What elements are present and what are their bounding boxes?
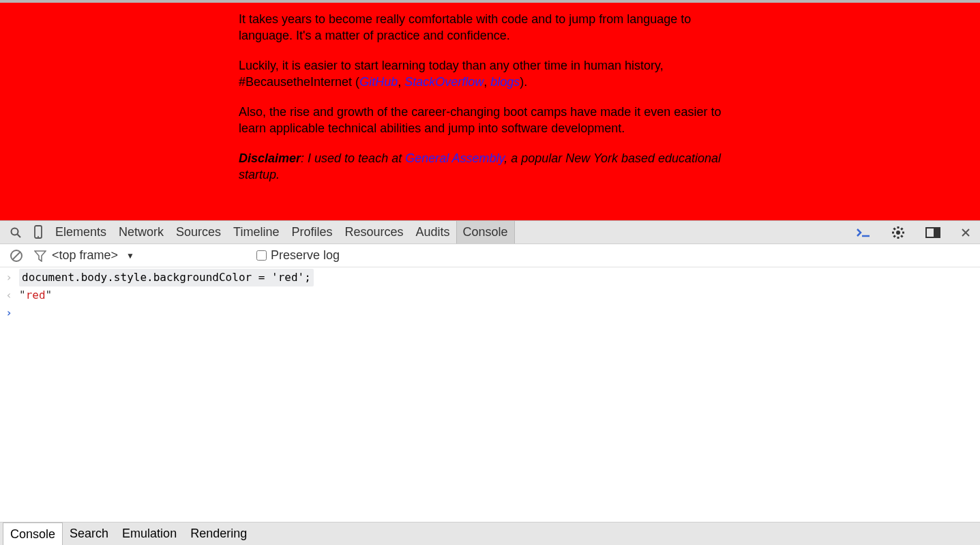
console-output[interactable]: › document.body.style.backgroundColor = … [0,267,980,522]
prompt-caret-icon: › [4,304,14,322]
preserve-log-label: Preserve log [271,248,340,263]
paragraph: It takes years to become really comforta… [239,3,730,44]
dock-icon[interactable] [925,227,940,238]
devtools-tabbar: ElementsNetworkSourcesTimelineProfilesRe… [0,221,980,244]
svg-marker-20 [35,251,46,261]
show-console-icon[interactable] [856,227,871,238]
text: , [484,75,490,89]
svg-line-19 [13,252,20,259]
svg-line-13 [894,235,895,237]
svg-line-1 [18,234,21,237]
console-output-value: "red" [19,286,52,304]
svg-line-10 [894,228,895,229]
filter-icon[interactable] [34,250,46,262]
close-icon[interactable] [961,228,970,237]
paragraph-disclaimer: Disclaimer: I used to teach at General A… [239,150,730,183]
preserve-log-toggle[interactable]: Preserve log [256,248,340,263]
tab-resources[interactable]: Resources [339,221,410,244]
tab-audits[interactable]: Audits [410,221,456,244]
output-caret-icon: ‹ [4,286,14,304]
text: , [398,75,404,89]
chevron-down-icon[interactable]: ▼ [126,251,134,261]
console-prompt-row[interactable]: › [4,304,976,322]
console-output-row: ‹ "red" [4,286,976,304]
link-general-assembly[interactable]: General Assembly [405,151,504,165]
tab-profiles[interactable]: Profiles [285,221,338,244]
text: : I used to teach at [301,151,405,165]
paragraph: Also, the rise and growth of the career-… [239,104,730,136]
svg-line-12 [901,228,902,229]
console-input-row: › document.body.style.backgroundColor = … [4,269,976,286]
disclaimer-label: Disclaimer [239,151,301,165]
drawer-tabbar: ConsoleSearchEmulationRendering [0,522,980,545]
drawer-tab-console[interactable]: Console [3,522,63,545]
gear-icon[interactable] [891,226,905,239]
link-blogs[interactable]: blogs [490,75,520,89]
tab-network[interactable]: Network [113,221,170,244]
console-toolbar: <top frame> ▼ Preserve log [0,244,980,267]
link-github[interactable]: GitHub [359,75,398,89]
svg-rect-15 [934,228,940,237]
device-icon[interactable] [33,225,44,240]
tab-console[interactable]: Console [456,221,515,244]
frame-selector[interactable]: <top frame> [52,248,118,263]
svg-point-3 [38,236,39,237]
rendered-page: It takes years to become really comforta… [0,3,980,220]
preserve-log-checkbox[interactable] [256,250,267,261]
tab-elements[interactable]: Elements [49,221,113,244]
drawer-tab-emulation[interactable]: Emulation [115,522,183,545]
text: ). [520,75,527,89]
tab-timeline[interactable]: Timeline [227,221,285,244]
input-caret-icon: › [4,269,14,286]
svg-point-0 [12,228,18,235]
drawer-tab-rendering[interactable]: Rendering [183,522,254,545]
svg-line-11 [901,235,902,237]
link-stackoverflow[interactable]: StackOverflow [404,75,484,89]
console-input-code: document.body.style.backgroundColor = 'r… [19,269,314,286]
paragraph: Luckily, it is easier to start learning … [239,57,730,90]
clear-icon[interactable] [10,249,23,263]
search-icon[interactable] [10,226,22,239]
tab-sources[interactable]: Sources [170,221,227,244]
svg-point-5 [896,231,900,235]
devtools-panel: ElementsNetworkSourcesTimelineProfilesRe… [0,220,980,545]
drawer-tab-search[interactable]: Search [63,522,115,545]
